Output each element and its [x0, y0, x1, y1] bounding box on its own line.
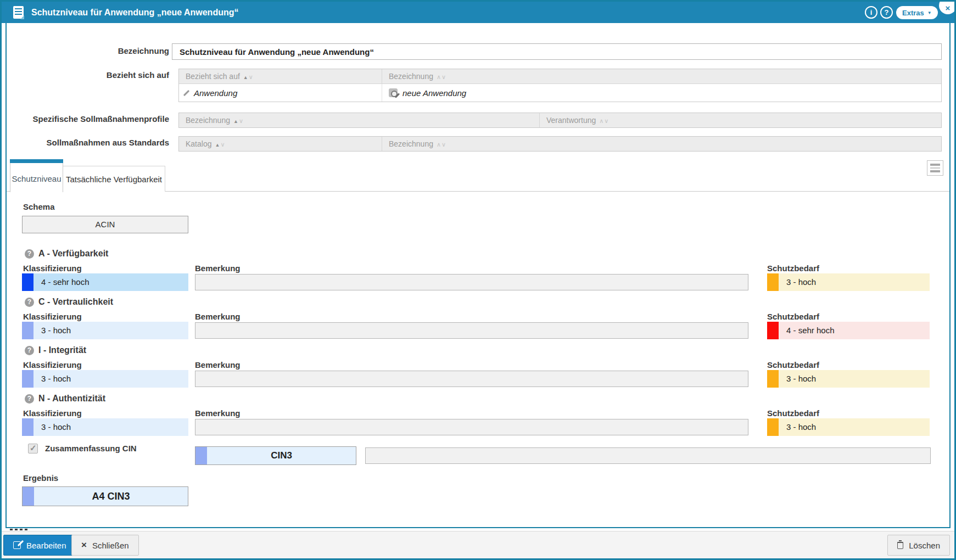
schutzbedarf-value: 3 - hoch: [767, 418, 930, 436]
schutzbedarf-label: Schutzbedarf: [767, 408, 819, 418]
column-header-bezieht-sich-auf[interactable]: Bezieht sich auf: [179, 69, 382, 83]
schutzbedarf-color-strip: [767, 370, 779, 388]
tab-tatsaechliche-verfuegbarkeit[interactable]: Tatsächliche Verfügbarkeit: [63, 166, 165, 192]
schutzbedarf-value: 4 - sehr hoch: [767, 322, 930, 339]
document-icon: [13, 6, 24, 19]
bezeichnung-label: Bezeichnung: [7, 46, 169, 55]
close-icon: ×: [946, 3, 951, 13]
bemerkung-label: Bemerkung: [195, 312, 241, 321]
help-circle-icon[interactable]: [25, 249, 34, 259]
klassifizierung-select[interactable]: 4 - sehr hoch: [22, 273, 188, 291]
tab-schutzniveau[interactable]: Schutzniveau: [10, 159, 63, 192]
classification-color-strip: [22, 322, 33, 339]
schutzbedarf-color-strip: [767, 322, 779, 339]
klassifizierung-select[interactable]: 3 - hoch: [22, 322, 188, 339]
section-i-integritaet: I - Integrität Klassifizierung Bemerkung…: [7, 345, 949, 394]
column-header-katalog[interactable]: Katalog: [179, 137, 382, 151]
sort-icon: [437, 69, 446, 84]
bemerkung-label: Bemerkung: [195, 408, 241, 418]
klassifizierung-label: Klassifizierung: [23, 312, 82, 321]
list-view-button[interactable]: [927, 160, 943, 176]
table-header-row: Katalog Bezeichnung: [179, 137, 941, 151]
tab-bar: Schutzniveau Tatsächliche Verfügbarkeit: [7, 159, 949, 192]
application-icon: [389, 88, 398, 97]
content-panel: Bezeichnung Bezieht sich auf Spezifische…: [5, 23, 951, 528]
sollmassnahmenprofile-table: Bezeichnung Verantwortung: [178, 113, 942, 128]
ergebnis-color-strip: [23, 487, 34, 506]
zusammenfassung-cin-label: Zusammenfassung CIN: [45, 444, 137, 453]
cin-color-strip: [195, 447, 207, 464]
schutzbedarf-value: 3 - hoch: [767, 273, 930, 291]
klassifizierung-select[interactable]: 3 - hoch: [22, 418, 188, 436]
schema-label: Schema: [23, 202, 55, 211]
close-button[interactable]: ×: [939, 0, 956, 14]
column-header-bezeichnung[interactable]: Bezeichnung: [382, 137, 941, 151]
extras-dropdown-button[interactable]: Extras ▼: [896, 6, 938, 19]
column-header-verantwortung[interactable]: Verantwortung: [540, 113, 941, 127]
info-button[interactable]: i: [865, 6, 877, 19]
table-row[interactable]: Anwendung neue Anwendung: [179, 83, 941, 102]
sollmassnahmen-standards-label: Sollmaßnahmen aus Standards: [7, 138, 169, 147]
pencil-icon: [183, 89, 189, 96]
ergebnis-label: Ergebnis: [23, 473, 58, 483]
bemerkung-label: Bemerkung: [195, 360, 241, 369]
titlebar: Schutzniveau für Anwendung „neue Anwendu…: [2, 2, 954, 23]
section-a-verfuegbarkeit: A - Verfügbarkeit Klassifizierung Bemerk…: [7, 249, 949, 297]
cell-object-name: neue Anwendung: [382, 84, 941, 102]
close-x-icon: ×: [81, 541, 87, 549]
ergebnis-value: A4 CIN3: [22, 486, 188, 506]
edit-pencil-icon: [13, 541, 21, 549]
classification-color-strip: [22, 418, 33, 436]
bemerkung-input[interactable]: [195, 322, 748, 339]
klassifizierung-select[interactable]: 3 - hoch: [22, 370, 188, 388]
sort-icon: [215, 137, 225, 152]
schema-value-button[interactable]: ACIN: [22, 216, 188, 233]
classification-color-strip: [22, 273, 33, 291]
schutzbedarf-color-strip: [767, 418, 779, 436]
loeschen-button[interactable]: Löschen: [887, 535, 950, 556]
sort-icon: [233, 113, 244, 128]
table-header-row: Bezeichnung Verantwortung: [179, 113, 941, 127]
schutzbedarf-label: Schutzbedarf: [767, 312, 819, 321]
section-title: N - Authentizität: [38, 394, 105, 404]
column-header-bezeichnung[interactable]: Bezeichnung: [382, 69, 941, 83]
bemerkung-input[interactable]: [195, 419, 748, 435]
sort-icon: [599, 113, 609, 128]
trash-icon: [897, 542, 903, 549]
sort-icon: [437, 137, 446, 152]
help-circle-icon[interactable]: [25, 394, 34, 404]
footer-toolbar: Bearbeiten × Schließen Löschen: [2, 531, 954, 558]
help-circle-icon[interactable]: [25, 346, 34, 355]
bemerkung-input[interactable]: [195, 371, 748, 387]
column-header-bezeichnung[interactable]: Bezeichnung: [179, 113, 540, 127]
extras-label: Extras: [902, 9, 924, 17]
cin-summary-bemerkung[interactable]: [365, 447, 931, 464]
zusammenfassung-cin-checkbox[interactable]: [28, 444, 38, 453]
bemerkung-label: Bemerkung: [195, 264, 241, 273]
klassifizierung-label: Klassifizierung: [23, 264, 82, 273]
section-title: C - Vertraulichkeit: [38, 297, 113, 307]
record-window: Schutzniveau für Anwendung „neue Anwendu…: [0, 0, 956, 560]
bearbeiten-button[interactable]: Bearbeiten: [3, 535, 76, 556]
section-title: I - Integrität: [38, 345, 86, 355]
klassifizierung-label: Klassifizierung: [23, 408, 82, 418]
help-circle-icon[interactable]: [25, 298, 34, 307]
schutzbedarf-label: Schutzbedarf: [767, 264, 819, 273]
chevron-down-icon: ▼: [927, 10, 932, 15]
klassifizierung-label: Klassifizierung: [23, 360, 82, 369]
section-c-vertraulichkeit: C - Vertraulichkeit Klassifizierung Beme…: [7, 297, 949, 345]
schliessen-button[interactable]: × Schließen: [71, 535, 139, 556]
bezeichnung-input[interactable]: [172, 43, 942, 60]
hamburger-icon: [930, 164, 940, 166]
sollmassnahmen-standards-table: Katalog Bezeichnung: [178, 136, 942, 152]
table-header-row: Bezieht sich auf Bezeichnung: [179, 69, 941, 83]
sort-icon: [243, 69, 254, 85]
clipped-text-fragment: [10, 529, 30, 530]
classification-color-strip: [22, 370, 33, 388]
bemerkung-input[interactable]: [195, 274, 748, 290]
section-title: A - Verfügbarkeit: [38, 249, 108, 259]
sollmassnahmenprofile-label: Spezifische Sollmaßnahmenprofile: [7, 114, 169, 124]
cell-object-type: Anwendung: [179, 84, 382, 102]
help-button[interactable]: ?: [880, 6, 893, 19]
bezieht-sich-auf-table: Bezieht sich auf Bezeichnung Anwendung n…: [178, 69, 942, 102]
